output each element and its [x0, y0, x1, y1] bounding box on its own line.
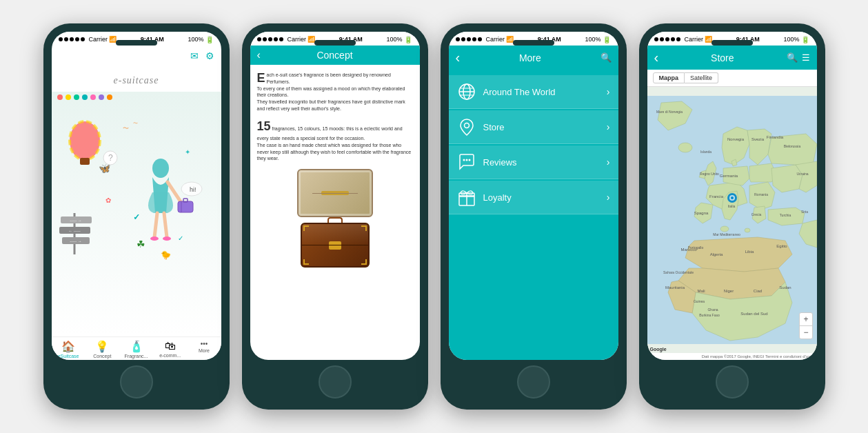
svg-point-49	[745, 228, 750, 232]
back-button-3[interactable]: ‹	[456, 50, 461, 66]
phone-speaker-2	[314, 40, 356, 46]
chat-svg	[458, 153, 476, 171]
svg-text:✿: ✿	[105, 197, 111, 204]
carrier-4: Carrier	[685, 36, 704, 43]
svg-point-84	[731, 197, 734, 199]
screen1-header	[52, 46, 221, 66]
handle-icon	[327, 217, 343, 223]
svg-text:Portogallo: Portogallo	[687, 245, 703, 250]
list-icon[interactable]: ☰	[802, 52, 810, 63]
svg-line-6	[154, 213, 157, 237]
status-left-4: Carrier 📶	[654, 36, 713, 43]
menu-item-store[interactable]: Store ›	[449, 110, 618, 144]
battery-label-4: 100%	[783, 36, 799, 43]
nav-concept[interactable]: 💡 Concept	[85, 340, 119, 359]
dot4	[75, 37, 79, 41]
home-button-1[interactable]	[120, 365, 153, 399]
map-svg: Germania Francia Spagna Marocco Algeria …	[647, 87, 817, 353]
carrier-2: Carrier	[287, 36, 307, 43]
store-label: Store	[483, 122, 607, 132]
map-display[interactable]: Germania Francia Spagna Marocco Algeria …	[647, 87, 817, 353]
nav-fragrance[interactable]: 🧴 Fragranc...	[119, 340, 153, 359]
gift-svg	[458, 188, 476, 206]
map-footer: Dati mappa ©2017 Google, INEGI Termini e…	[647, 353, 817, 360]
mail-icon[interactable]	[190, 50, 199, 62]
nav-more[interactable]: ••• More	[187, 340, 221, 359]
svg-text:〜: 〜	[133, 121, 138, 125]
svg-text:Regno Unito: Regno Unito	[700, 172, 719, 176]
zoom-in-button[interactable]: +	[800, 313, 811, 326]
store-header: ‹ Store 🔍 ☰	[647, 46, 817, 70]
home-button-4[interactable]	[716, 365, 749, 399]
suitcase-line	[312, 193, 358, 194]
around-world-label: Around The World	[483, 87, 607, 97]
suitcase-image-2	[301, 223, 370, 268]
svg-text:Sudan: Sudan	[779, 285, 791, 290]
app-logo: e-suitcase	[52, 66, 221, 92]
battery-label-3: 100%	[585, 36, 600, 43]
home-button-3[interactable]	[517, 365, 550, 399]
globe-svg	[458, 83, 476, 101]
back-button-4[interactable]: ‹	[654, 50, 659, 66]
svg-text:〜: 〜	[123, 125, 129, 132]
more-header: ‹ More 🔍	[449, 46, 618, 70]
svg-text:Mar Mediterraneo: Mar Mediterraneo	[713, 232, 740, 236]
dot-yellow	[65, 94, 71, 100]
dot-green	[74, 94, 79, 100]
loyalty-icon	[457, 188, 476, 207]
suitcase-image-1	[297, 169, 373, 217]
settings-icon[interactable]	[205, 50, 214, 62]
carrier-3: Carrier	[486, 36, 505, 43]
signal-4	[654, 37, 680, 41]
battery-icon-4: 🔋	[801, 36, 809, 43]
svg-text:Bielorussia: Bielorussia	[783, 144, 800, 148]
svg-text:Romania: Romania	[754, 192, 767, 197]
concept-para1: Each e-suit case's fragrance is been des…	[257, 72, 413, 112]
chest-divide	[302, 245, 368, 245]
svg-text:✓: ✓	[133, 212, 140, 222]
carrier-label: Carrier	[89, 36, 108, 43]
logo-text: e-suitcase	[114, 75, 159, 85]
svg-point-39	[464, 123, 469, 128]
tab-mappa[interactable]: Mappa	[653, 72, 685, 83]
ecomm-icon: 🛍	[165, 340, 176, 352]
more-label: More	[199, 348, 210, 353]
svg-text:Guinea: Guinea	[693, 299, 704, 303]
concept-label: Concept	[93, 354, 111, 359]
svg-text:Ghana: Ghana	[707, 308, 718, 312]
phone-3: Carrier 📶 9:41 AM 100% 🔋 ‹ More 🔍	[441, 23, 627, 410]
store-pin-icon	[457, 117, 476, 137]
svg-text:Mauritania: Mauritania	[665, 285, 685, 290]
zoom-out-button[interactable]: −	[800, 326, 811, 339]
dot-teal	[82, 94, 88, 100]
menu-item-around-world[interactable]: Around The World ›	[449, 75, 618, 109]
number-15: 15	[257, 119, 271, 133]
svg-text:Francia: Francia	[709, 194, 723, 199]
concept-icon: 💡	[95, 340, 109, 353]
concept-header: ‹ Concept	[250, 46, 420, 65]
nav-ecomm[interactable]: 🛍 e-comm...	[153, 340, 187, 359]
phone-screen-3: Carrier 📶 9:41 AM 100% 🔋 ‹ More 🔍	[449, 32, 618, 360]
tab-satellite[interactable]: Satellite	[685, 72, 718, 83]
fragrance-icon: 🧴	[130, 340, 143, 353]
back-button-2[interactable]: ‹	[257, 49, 261, 61]
search-icon-3[interactable]: 🔍	[600, 52, 612, 63]
search-icon-4[interactable]: 🔍	[787, 52, 798, 63]
svg-line-7	[164, 213, 167, 237]
phone-screen-2: Carrier 📶 9:41 AM 100% 🔋 ‹ Concept Each …	[250, 32, 420, 360]
svg-text:Grecia: Grecia	[751, 212, 761, 216]
svg-point-9	[163, 236, 171, 241]
more-menu-list: Around The World › Store ›	[449, 70, 618, 360]
fragrance-label: Fragranc...	[125, 354, 148, 359]
status-left-2: Carrier 📶	[257, 36, 316, 43]
svg-text:✦: ✦	[185, 148, 190, 156]
dot-red	[57, 94, 63, 100]
home-button-2[interactable]	[319, 365, 352, 399]
nav-esuitcase[interactable]: 🏠 eSuitcase	[52, 340, 85, 359]
svg-rect-13	[183, 199, 188, 202]
svg-text:Mare di Norvegia: Mare di Norvegia	[656, 110, 682, 114]
menu-item-loyalty[interactable]: Loyalty ›	[449, 181, 618, 214]
illustration-svg: 🦋 ✦ ✿ ✓ ✓ ----- → ← ----- ----- → 〜 〜 ☘	[52, 103, 221, 282]
menu-item-reviews[interactable]: Reviews ›	[449, 145, 618, 179]
svg-text:Egitto: Egitto	[776, 244, 787, 248]
